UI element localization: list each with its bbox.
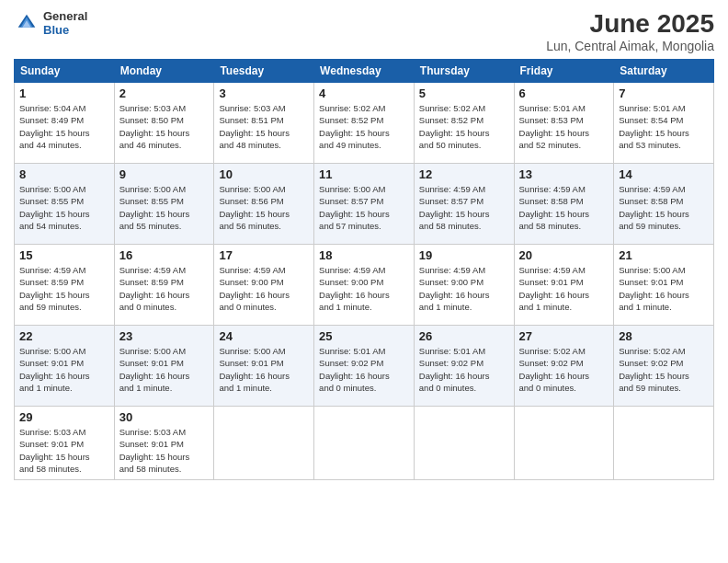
day-number: 23 [119, 329, 210, 343]
day-number: 11 [319, 167, 409, 181]
day-info: Sunrise: 4:59 AM Sunset: 9:01 PM Dayligh… [519, 264, 609, 313]
calendar-table: Sunday Monday Tuesday Wednesday Thursday… [14, 59, 714, 480]
day-info: Sunrise: 5:00 AM Sunset: 8:57 PM Dayligh… [319, 183, 409, 232]
table-row: 14Sunrise: 4:59 AM Sunset: 8:58 PM Dayli… [614, 164, 714, 245]
logo-blue: Blue [43, 23, 87, 37]
table-row [414, 407, 514, 480]
table-row [214, 407, 314, 480]
table-row: 2Sunrise: 5:03 AM Sunset: 8:50 PM Daylig… [114, 83, 214, 164]
day-info: Sunrise: 5:04 AM Sunset: 8:49 PM Dayligh… [19, 102, 109, 151]
day-number: 28 [619, 329, 709, 343]
table-row [514, 407, 614, 480]
table-row [314, 407, 415, 480]
day-info: Sunrise: 4:59 AM Sunset: 8:58 PM Dayligh… [519, 183, 609, 232]
col-thursday: Thursday [414, 60, 514, 83]
table-row: 25Sunrise: 5:01 AM Sunset: 9:02 PM Dayli… [314, 326, 415, 407]
calendar-header-row: Sunday Monday Tuesday Wednesday Thursday… [15, 60, 714, 83]
day-number: 30 [119, 410, 210, 424]
day-number: 21 [619, 248, 709, 262]
table-row: 16Sunrise: 4:59 AM Sunset: 8:59 PM Dayli… [114, 245, 214, 326]
table-row: 11Sunrise: 5:00 AM Sunset: 8:57 PM Dayli… [314, 164, 415, 245]
col-friday: Friday [514, 60, 614, 83]
table-row: 30Sunrise: 5:03 AM Sunset: 9:01 PM Dayli… [114, 407, 214, 480]
day-info: Sunrise: 4:59 AM Sunset: 8:57 PM Dayligh… [419, 183, 509, 232]
day-number: 12 [419, 167, 509, 181]
day-number: 5 [419, 86, 509, 100]
table-row: 22Sunrise: 5:00 AM Sunset: 9:01 PM Dayli… [15, 326, 115, 407]
table-row: 15Sunrise: 4:59 AM Sunset: 8:59 PM Dayli… [15, 245, 115, 326]
day-number: 16 [119, 248, 210, 262]
day-info: Sunrise: 4:59 AM Sunset: 9:00 PM Dayligh… [419, 264, 509, 313]
calendar-row: 1Sunrise: 5:04 AM Sunset: 8:49 PM Daylig… [15, 83, 714, 164]
table-row: 9Sunrise: 5:00 AM Sunset: 8:55 PM Daylig… [114, 164, 214, 245]
day-number: 18 [319, 248, 409, 262]
day-number: 22 [19, 329, 109, 343]
page: General Blue June 2025 Lun, Central Aima… [0, 0, 728, 563]
day-info: Sunrise: 5:02 AM Sunset: 8:52 PM Dayligh… [419, 102, 509, 151]
day-number: 15 [19, 248, 109, 262]
col-sunday: Sunday [15, 60, 115, 83]
day-info: Sunrise: 5:00 AM Sunset: 8:55 PM Dayligh… [19, 183, 109, 232]
table-row: 7Sunrise: 5:01 AM Sunset: 8:54 PM Daylig… [614, 83, 714, 164]
table-row: 8Sunrise: 5:00 AM Sunset: 8:55 PM Daylig… [15, 164, 115, 245]
day-info: Sunrise: 5:03 AM Sunset: 8:51 PM Dayligh… [219, 102, 309, 151]
day-info: Sunrise: 5:00 AM Sunset: 9:01 PM Dayligh… [119, 345, 210, 394]
day-number: 10 [219, 167, 309, 181]
day-number: 1 [19, 86, 109, 100]
day-number: 29 [19, 410, 109, 424]
table-row [614, 407, 714, 480]
table-row: 10Sunrise: 5:00 AM Sunset: 8:56 PM Dayli… [214, 164, 314, 245]
day-info: Sunrise: 5:01 AM Sunset: 8:53 PM Dayligh… [519, 102, 609, 151]
day-number: 20 [519, 248, 609, 262]
day-info: Sunrise: 5:00 AM Sunset: 9:01 PM Dayligh… [19, 345, 109, 394]
table-row: 17Sunrise: 4:59 AM Sunset: 9:00 PM Dayli… [214, 245, 314, 326]
day-info: Sunrise: 4:59 AM Sunset: 8:59 PM Dayligh… [119, 264, 210, 313]
header: General Blue June 2025 Lun, Central Aima… [14, 9, 714, 53]
day-info: Sunrise: 4:59 AM Sunset: 8:59 PM Dayligh… [19, 264, 109, 313]
table-row: 12Sunrise: 4:59 AM Sunset: 8:57 PM Dayli… [414, 164, 514, 245]
logo-general: General [43, 9, 87, 23]
day-info: Sunrise: 5:02 AM Sunset: 9:02 PM Dayligh… [519, 345, 609, 394]
calendar-subtitle: Lun, Central Aimak, Mongolia [546, 39, 714, 53]
day-info: Sunrise: 5:03 AM Sunset: 9:01 PM Dayligh… [19, 426, 109, 475]
day-number: 3 [219, 86, 309, 100]
calendar-row: 8Sunrise: 5:00 AM Sunset: 8:55 PM Daylig… [15, 164, 714, 245]
day-number: 13 [519, 167, 609, 181]
logo: General Blue [14, 9, 87, 37]
table-row: 3Sunrise: 5:03 AM Sunset: 8:51 PM Daylig… [214, 83, 314, 164]
col-saturday: Saturday [614, 60, 714, 83]
day-info: Sunrise: 5:02 AM Sunset: 8:52 PM Dayligh… [319, 102, 409, 151]
day-info: Sunrise: 5:03 AM Sunset: 8:50 PM Dayligh… [119, 102, 210, 151]
logo-text: General Blue [43, 9, 87, 37]
day-info: Sunrise: 5:01 AM Sunset: 9:02 PM Dayligh… [319, 345, 409, 394]
day-number: 6 [519, 86, 609, 100]
table-row: 18Sunrise: 4:59 AM Sunset: 9:00 PM Dayli… [314, 245, 415, 326]
table-row: 29Sunrise: 5:03 AM Sunset: 9:01 PM Dayli… [15, 407, 115, 480]
day-number: 17 [219, 248, 309, 262]
day-number: 26 [419, 329, 509, 343]
day-info: Sunrise: 5:00 AM Sunset: 8:56 PM Dayligh… [219, 183, 309, 232]
day-info: Sunrise: 5:03 AM Sunset: 9:01 PM Dayligh… [119, 426, 210, 475]
day-number: 14 [619, 167, 709, 181]
table-row: 27Sunrise: 5:02 AM Sunset: 9:02 PM Dayli… [514, 326, 614, 407]
title-area: June 2025 Lun, Central Aimak, Mongolia [546, 9, 714, 53]
table-row: 21Sunrise: 5:00 AM Sunset: 9:01 PM Dayli… [614, 245, 714, 326]
day-info: Sunrise: 4:59 AM Sunset: 9:00 PM Dayligh… [319, 264, 409, 313]
table-row: 6Sunrise: 5:01 AM Sunset: 8:53 PM Daylig… [514, 83, 614, 164]
calendar-row: 29Sunrise: 5:03 AM Sunset: 9:01 PM Dayli… [15, 407, 714, 480]
day-number: 27 [519, 329, 609, 343]
table-row: 1Sunrise: 5:04 AM Sunset: 8:49 PM Daylig… [15, 83, 115, 164]
day-number: 9 [119, 167, 210, 181]
calendar-row: 15Sunrise: 4:59 AM Sunset: 8:59 PM Dayli… [15, 245, 714, 326]
table-row: 5Sunrise: 5:02 AM Sunset: 8:52 PM Daylig… [414, 83, 514, 164]
day-number: 7 [619, 86, 709, 100]
table-row: 26Sunrise: 5:01 AM Sunset: 9:02 PM Dayli… [414, 326, 514, 407]
day-info: Sunrise: 5:00 AM Sunset: 9:01 PM Dayligh… [219, 345, 309, 394]
table-row: 20Sunrise: 4:59 AM Sunset: 9:01 PM Dayli… [514, 245, 614, 326]
day-info: Sunrise: 5:01 AM Sunset: 9:02 PM Dayligh… [419, 345, 509, 394]
col-monday: Monday [114, 60, 214, 83]
col-wednesday: Wednesday [314, 60, 415, 83]
day-number: 25 [319, 329, 409, 343]
day-info: Sunrise: 5:02 AM Sunset: 9:02 PM Dayligh… [619, 345, 709, 394]
day-info: Sunrise: 5:00 AM Sunset: 8:55 PM Dayligh… [119, 183, 210, 232]
